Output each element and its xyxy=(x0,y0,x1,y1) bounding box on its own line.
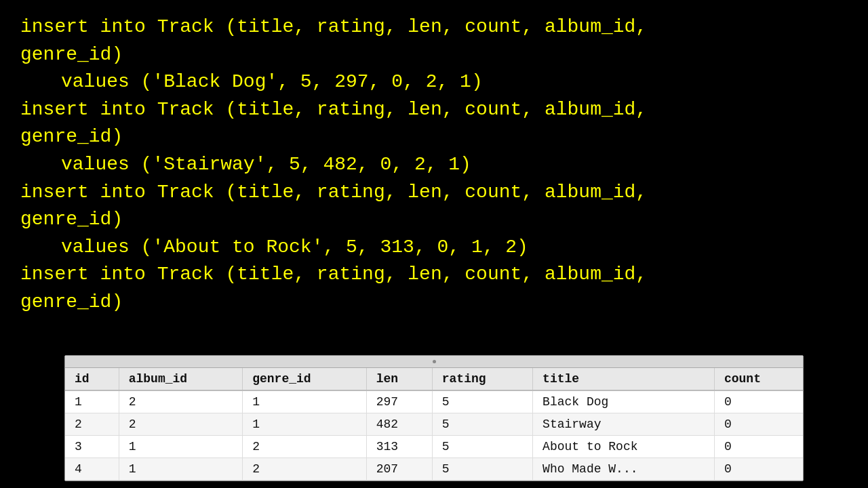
code-line-10: insert into Track (title, rating, len, c… xyxy=(20,261,848,289)
cell-title: About to Rock xyxy=(533,436,715,458)
table-header-row: id album_id genre_id len rating title co… xyxy=(65,368,803,390)
col-header-len: len xyxy=(366,368,432,390)
cell-len: 313 xyxy=(366,436,432,458)
cell-genre_id: 1 xyxy=(243,413,366,436)
code-line-6: values ('Stairway', 5, 482, 0, 2, 1) xyxy=(20,151,848,179)
code-line-3: values ('Black Dog', 5, 297, 0, 2, 1) xyxy=(20,68,848,96)
cell-len: 207 xyxy=(366,458,432,481)
cell-genre_id: 2 xyxy=(243,458,366,481)
col-header-id: id xyxy=(65,368,119,390)
cell-id: 4 xyxy=(65,458,119,481)
code-line-5: genre_id) xyxy=(20,123,848,151)
cell-count: 0 xyxy=(714,390,803,413)
code-line-8: genre_id) xyxy=(20,206,848,234)
cell-id: 1 xyxy=(65,390,119,413)
cell-rating: 5 xyxy=(432,413,532,436)
cell-count: 0 xyxy=(714,413,803,436)
col-header-genre-id: genre_id xyxy=(243,368,366,390)
code-line-4: insert into Track (title, rating, len, c… xyxy=(20,96,848,124)
col-header-rating: rating xyxy=(432,368,532,390)
table-row: 2214825Stairway0 xyxy=(65,413,803,436)
cell-album_id: 2 xyxy=(119,390,242,413)
cell-id: 3 xyxy=(65,436,119,458)
code-line-9: values ('About to Rock', 5, 313, 0, 1, 2… xyxy=(20,234,848,262)
cell-len: 297 xyxy=(366,390,432,413)
table-title-dot xyxy=(433,360,436,363)
cell-count: 0 xyxy=(714,436,803,458)
code-line-2: genre_id) xyxy=(20,41,848,69)
col-header-count: count xyxy=(714,368,803,390)
cell-album_id: 1 xyxy=(119,436,242,458)
table-row: 4122075Who Made W...0 xyxy=(65,458,803,481)
cell-album_id: 2 xyxy=(119,413,242,436)
cell-rating: 5 xyxy=(432,436,532,458)
cell-rating: 5 xyxy=(432,390,532,413)
table-row: 1212975Black Dog0 xyxy=(65,390,803,413)
cell-count: 0 xyxy=(714,458,803,481)
code-line-1: insert into Track (title, rating, len, c… xyxy=(20,14,848,41)
cell-title: Stairway xyxy=(533,413,715,436)
cell-title: Who Made W... xyxy=(533,458,715,481)
result-table: id album_id genre_id len rating title co… xyxy=(65,368,803,481)
table-title-bar xyxy=(65,356,803,368)
cell-title: Black Dog xyxy=(533,390,715,413)
col-header-title: title xyxy=(533,368,715,390)
cell-genre_id: 1 xyxy=(243,390,366,413)
table-row: 3123135About to Rock0 xyxy=(65,436,803,458)
code-line-11: genre_id) xyxy=(20,289,848,317)
cell-id: 2 xyxy=(65,413,119,436)
code-line-7: insert into Track (title, rating, len, c… xyxy=(20,179,848,207)
code-block: insert into Track (title, rating, len, c… xyxy=(0,0,868,317)
cell-album_id: 1 xyxy=(119,458,242,481)
result-table-panel: id album_id genre_id len rating title co… xyxy=(64,355,804,481)
cell-genre_id: 2 xyxy=(243,436,366,458)
col-header-album-id: album_id xyxy=(119,368,242,390)
cell-rating: 5 xyxy=(432,458,532,481)
cell-len: 482 xyxy=(366,413,432,436)
